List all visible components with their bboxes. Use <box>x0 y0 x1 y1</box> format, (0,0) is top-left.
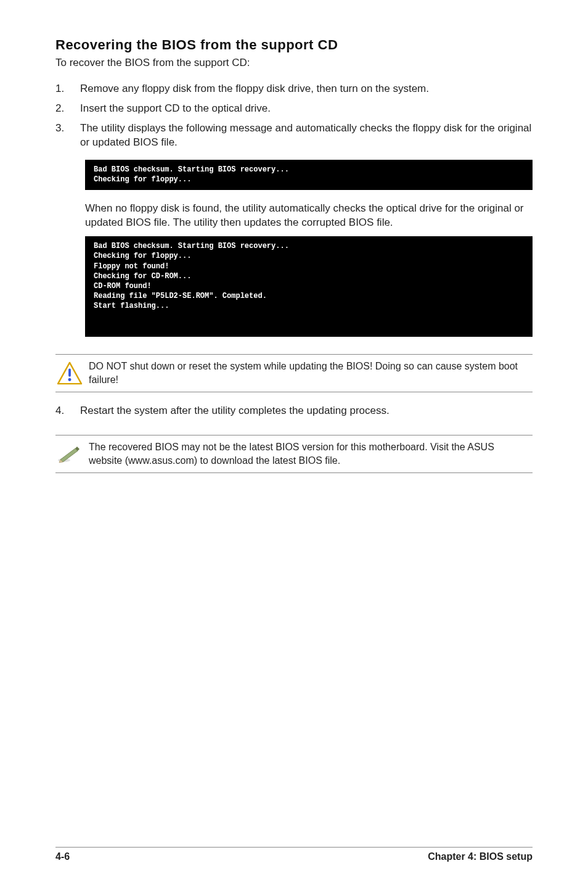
caution-text: DO NOT shut down or reset the system whi… <box>89 360 530 386</box>
list-text: Restart the system after the utility com… <box>80 403 533 418</box>
page-number: 4-6 <box>55 851 70 862</box>
list-item: 4. Restart the system after the utility … <box>55 403 533 418</box>
note-text: The recovered BIOS may not be the latest… <box>89 440 530 467</box>
warning-triangle-icon <box>57 361 83 385</box>
list-item: 1. Remove any floppy disk from the flopp… <box>55 81 533 96</box>
steps-list: 1. Remove any floppy disk from the flopp… <box>55 81 533 150</box>
svg-rect-1 <box>68 368 71 376</box>
followup-text: When no floppy disk is found, the utilit… <box>85 201 533 231</box>
page-footer: 4-6 Chapter 4: BIOS setup <box>55 847 533 862</box>
note-icon-col <box>55 445 89 463</box>
list-text: Remove any floppy disk from the floppy d… <box>80 81 533 96</box>
note-box: The recovered BIOS may not be the latest… <box>55 435 533 472</box>
caution-icon-col <box>55 361 89 385</box>
list-item: 2. Insert the support CD to the optical … <box>55 101 533 116</box>
chapter-label: Chapter 4: BIOS setup <box>428 851 533 862</box>
terminal-output-2: Bad BIOS checksum. Starting BIOS recover… <box>85 236 533 337</box>
terminal-output-1: Bad BIOS checksum. Starting BIOS recover… <box>85 160 533 189</box>
list-number: 3. <box>55 121 80 136</box>
list-item: 3. The utility displays the following me… <box>55 121 533 151</box>
section-heading: Recovering the BIOS from the support CD <box>55 37 533 53</box>
list-number: 1. <box>55 81 80 96</box>
steps-list-continued: 4. Restart the system after the utility … <box>55 403 533 418</box>
list-text: Insert the support CD to the optical dri… <box>80 101 533 116</box>
list-text: The utility displays the following messa… <box>80 121 533 151</box>
list-number: 4. <box>55 403 80 418</box>
intro-text: To recover the BIOS from the support CD: <box>55 57 533 69</box>
pencil-icon <box>57 445 81 463</box>
list-number: 2. <box>55 101 80 116</box>
caution-box: DO NOT shut down or reset the system whi… <box>55 354 533 392</box>
svg-point-2 <box>68 378 71 381</box>
